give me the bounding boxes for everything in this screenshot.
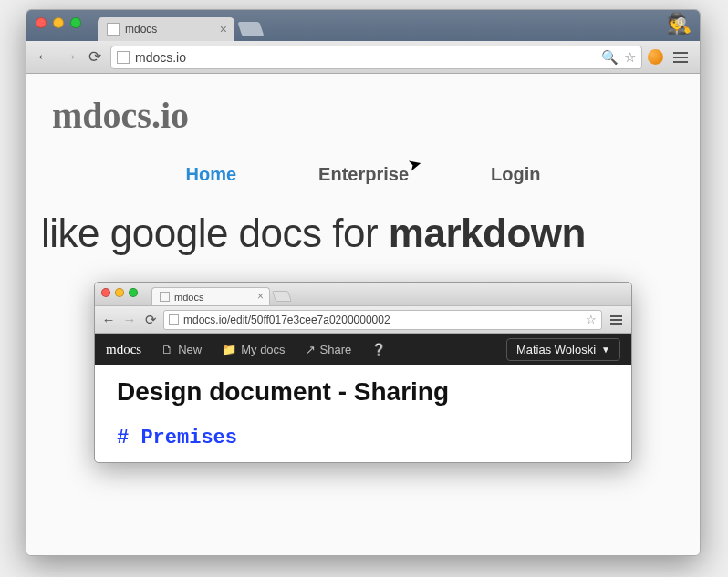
folder-icon: 📁	[222, 343, 236, 356]
site-info-icon[interactable]	[117, 51, 130, 64]
site-nav: Home Enterprise Login	[26, 164, 700, 185]
tagline-bold: markdown	[389, 211, 586, 255]
inner-site-info-icon	[169, 314, 179, 325]
hero-tagline: like google docs for markdown	[26, 211, 700, 256]
reload-button[interactable]: ⟳	[85, 47, 105, 67]
site-brand: mdocs.io	[52, 94, 700, 137]
minimize-window-button[interactable]	[53, 17, 64, 28]
inner-favicon-icon	[160, 292, 170, 302]
document-markdown-heading: # Premises	[117, 427, 609, 449]
incognito-icon: 🕵	[667, 14, 691, 36]
nav-enterprise[interactable]: Enterprise	[318, 164, 409, 185]
outer-toolbar: ← → ⟳ mdocs.io 🔍 ☆	[26, 41, 700, 74]
inner-back-button: ←	[100, 312, 117, 328]
app-logo: mdocs	[106, 342, 141, 357]
inner-tab: mdocs ×	[151, 287, 270, 305]
inner-reload-button: ⟳	[142, 312, 159, 328]
inner-traffic-lights	[101, 288, 138, 297]
close-window-button[interactable]	[36, 17, 47, 28]
inner-bookmark-star-icon: ☆	[586, 313, 597, 326]
page-favicon-icon	[107, 23, 120, 36]
app-help-button: ❔	[371, 343, 386, 356]
bookmark-star-icon[interactable]: ☆	[624, 49, 636, 66]
inner-tab-title: mdocs	[174, 292, 203, 303]
app-navbar: mdocs 🗋 New 📁 My docs ↗ Share ❔ Matia	[95, 334, 631, 365]
tagline-light: like google docs for	[41, 211, 389, 255]
inner-address-bar: mdocs.io/edit/50ff017e3cee7a0200000002 ☆	[163, 310, 602, 330]
inner-address-bar-right: ☆	[586, 313, 597, 326]
inner-toolbar: ← → ⟳ mdocs.io/edit/50ff017e3cee7a020000…	[95, 306, 631, 334]
help-icon: ❔	[371, 343, 386, 356]
forward-button[interactable]: →	[59, 47, 79, 67]
inner-titlebar: mdocs ×	[95, 283, 631, 306]
zoom-window-button[interactable]	[70, 17, 81, 28]
inner-zoom-window-button	[129, 288, 138, 297]
document-title: Design document - Sharing	[117, 377, 609, 407]
browser-menu-icon[interactable]	[673, 57, 688, 58]
app-new-label: New	[178, 343, 202, 356]
outer-tab[interactable]: mdocs ×	[98, 17, 234, 41]
document-body: Design document - Sharing # Premises	[95, 365, 631, 462]
nav-login[interactable]: Login	[491, 164, 540, 185]
caret-down-icon: ▼	[601, 345, 610, 355]
inner-close-window-button	[101, 288, 110, 297]
outer-traffic-lights	[36, 17, 81, 28]
app-share-label: Share	[320, 343, 352, 356]
nav-home[interactable]: Home	[186, 164, 237, 185]
address-bar-right: 🔍 ☆	[601, 49, 636, 66]
app-user-menu: Matias Woloski ▼	[506, 338, 620, 361]
file-icon: 🗋	[161, 343, 173, 356]
inner-forward-button: →	[121, 312, 138, 328]
inner-minimize-window-button	[115, 288, 124, 297]
new-tab-button[interactable]	[237, 22, 264, 36]
inner-close-tab-icon: ×	[257, 290, 264, 303]
app-mydocs-label: My docs	[241, 343, 285, 356]
inner-address-bar-url: mdocs.io/edit/50ff017e3cee7a0200000002	[183, 314, 390, 326]
back-button[interactable]: ←	[34, 47, 54, 67]
inner-new-tab-button	[272, 291, 292, 302]
app-new-button: 🗋 New	[161, 343, 202, 356]
address-bar[interactable]: mdocs.io 🔍 ☆	[110, 46, 642, 69]
app-user-name: Matias Woloski	[516, 343, 596, 356]
close-tab-icon[interactable]: ×	[220, 22, 227, 36]
share-icon: ↗	[306, 343, 316, 356]
hero-screenshot: mdocs × ← → ⟳ mdocs.io/edit/50ff017e3cee…	[94, 282, 632, 463]
extension-icon[interactable]	[648, 49, 663, 65]
outer-tab-title: mdocs	[125, 23, 157, 36]
inner-browser-menu-icon	[610, 319, 622, 321]
zoom-icon[interactable]: 🔍	[601, 49, 619, 66]
outer-titlebar: mdocs × 🕵	[26, 10, 700, 41]
address-bar-url: mdocs.io	[135, 50, 186, 65]
outer-browser-window: mdocs × 🕵 ← → ⟳ mdocs.io 🔍 ☆ mdocs.io Ho…	[26, 9, 701, 556]
page-content: mdocs.io Home Enterprise Login like goog…	[26, 74, 700, 555]
app-share-button: ↗ Share	[306, 343, 352, 356]
app-mydocs-button: 📁 My docs	[222, 343, 285, 356]
